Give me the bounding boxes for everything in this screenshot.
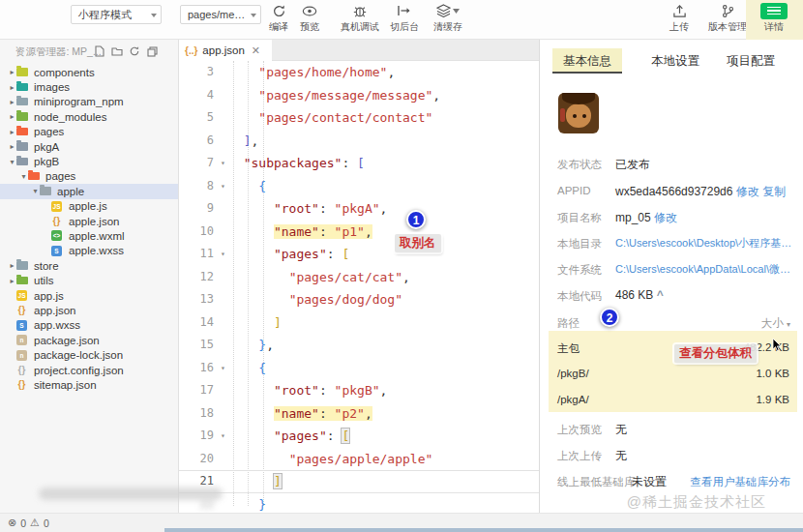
chevron-down-icon[interactable]: ▾ [8,158,16,166]
tree-item-apple-wxml[interactable]: <>apple.wxml [0,228,179,243]
fold-spacer [218,402,228,426]
code-line-5[interactable]: 5 "pages/contact/contact" [179,106,539,130]
tree-item-pages[interactable]: ▾pages [0,169,179,184]
code-text: "root": "pkgA", [228,197,539,221]
tree-item-label: sitemap.json [34,379,97,391]
detail-button[interactable]: 详情 [751,2,797,38]
appid-copy-link[interactable]: 复制 [762,185,786,198]
code-text: ] [228,311,539,335]
chevron-right-icon[interactable]: ▸ [8,68,16,76]
code-line-22[interactable]: 22 } [179,493,539,514]
tab-basic-info[interactable]: 基本信息 [552,48,622,74]
file-tree: ▸components▸images▸miniprogram_npm▸node_… [0,65,179,393]
explorer-header: 资源管理器: MP_... [0,44,179,61]
tab-project-config[interactable]: 项目配置 [716,48,786,74]
collapse-all-icon[interactable] [145,44,159,58]
code-line-3[interactable]: 3 "pages/home/home", [179,61,539,84]
tree-item-package-json[interactable]: npackage.json [0,333,179,347]
chevron-right-icon[interactable]: ▸ [8,83,16,92]
new-file-icon[interactable] [93,44,106,58]
close-icon[interactable]: ✕ [252,44,260,57]
json-file-icon: {} [51,216,64,226]
local-dir-link[interactable]: C:\Users\escook\Desktop\小程序基础\day5\代... [615,236,797,251]
refresh-icon[interactable] [128,44,141,58]
wxss-file-icon: S [51,246,64,256]
chevron-right-icon[interactable]: ▸ [8,261,16,270]
file-system-link[interactable]: C:\Users\escook\AppData\Local\微信开发者工... [615,262,797,277]
fold-chevron-icon[interactable]: ▾ [218,175,228,198]
tree-item-apple-js[interactable]: JSapple.js [0,199,179,214]
tab-local-settings[interactable]: 本地设置 [640,48,710,74]
tree-item-app-js[interactable]: JSapp.js [0,288,179,303]
code-area[interactable]: 3 "pages/home/home",4 "pages/message/mes… [179,61,539,513]
code-line-4[interactable]: 4 "pages/message/message", [179,84,539,107]
annotation-badge-2: 2 [600,308,619,327]
tree-item-sitemap-json[interactable]: {}sitemap.json [0,377,179,392]
code-line-10[interactable]: 10 "name": "p1", [179,221,539,244]
clear-cache-button[interactable]: 清缓存 [426,2,470,38]
fold-chevron-icon[interactable]: ▾ [218,243,228,266]
line-number: 4 [179,84,218,107]
tree-item-app-wxss[interactable]: Sapp.wxss [0,318,179,333]
size-header[interactable]: 大小 ▾ [761,316,790,331]
size-row-path: /pkgA/ [557,394,589,405]
page-select[interactable]: pages/message/me... [180,5,261,24]
project-name-edit-link[interactable]: 修改 [654,211,677,224]
code-line-21[interactable]: 21 ] [179,470,539,493]
min-lib-link[interactable]: 查看用户基础库分布 [691,475,791,489]
fold-chevron-icon[interactable]: ▾ [218,425,228,448]
switch-background-button[interactable]: 切后台 [385,2,424,38]
code-line-6[interactable]: 6 ], [179,130,539,153]
tab-app-json[interactable]: {..} app.json ✕ [179,40,272,61]
appid-edit-link[interactable]: 修改 [736,185,759,198]
tree-item-images[interactable]: ▸images [0,79,179,94]
line-number: 18 [179,402,218,426]
tree-item-pages[interactable]: ▸pages [0,125,179,139]
tree-item-apple[interactable]: ▾apple [0,184,179,198]
watermark: @稀土掘金技术社区 [627,493,766,512]
code-line-17[interactable]: 17 "root": "pkgB", [179,379,539,402]
chevron-down-icon[interactable]: ▾ [31,187,40,195]
code-line-16[interactable]: 16▾ { [179,357,539,380]
warning-icon: ⚠ [30,517,40,529]
chevron-down-icon[interactable]: ▾ [19,172,28,181]
tree-item-utils[interactable]: ▸utils [0,273,179,287]
collapse-caret-icon[interactable]: ^ [657,288,664,302]
chevron-right-icon[interactable]: ▸ [8,142,16,151]
code-line-19[interactable]: 19▾ "pages": [ [179,425,539,448]
device-debug-button[interactable]: 真机调试 [335,2,385,38]
code-line-14[interactable]: 14 ] [179,311,539,335]
tree-item-node-modules[interactable]: ▸node_modules [0,109,179,124]
chevron-right-icon[interactable]: ▸ [8,112,16,121]
new-folder-icon[interactable] [110,44,124,58]
code-line-8[interactable]: 8▾ { [179,175,539,198]
tree-item-package-lock-json[interactable]: npackage-lock.json [0,347,179,362]
fold-chevron-icon[interactable]: ▾ [218,152,228,175]
tree-item-apple-json[interactable]: {}apple.json [0,214,179,228]
tree-item-apple-wxss[interactable]: Sapple.wxss [0,244,179,258]
code-line-18[interactable]: 18 "name": "p2", [179,402,539,426]
code-line-7[interactable]: 7▾ "subpackages": [ [179,152,539,175]
code-line-9[interactable]: 9 "root": "pkgA", [179,197,539,221]
tree-item-project-config-json[interactable]: {}project.config.json [0,363,179,377]
tree-item-app-json[interactable]: {}app.json [0,303,179,317]
code-line-20[interactable]: 20 "pages/apple/apple" [179,448,539,471]
tree-item-pkga[interactable]: ▸pkgA [0,139,179,154]
chevron-right-icon[interactable]: ▸ [8,98,16,106]
code-line-15[interactable]: 15 }, [179,334,539,357]
tree-item-components[interactable]: ▸components [0,65,179,79]
clear-cache-label: 清缓存 [433,20,462,34]
upload-button[interactable]: 上传 [660,2,699,38]
tree-item-label: node_modules [34,111,106,123]
chevron-right-icon[interactable]: ▸ [8,128,16,136]
preview-button[interactable]: 预览 [292,2,327,38]
tree-item-pkgb[interactable]: ▾pkgB [0,154,179,168]
code-line-12[interactable]: 12 "pages/cat/cat", [179,266,539,289]
tree-item-store[interactable]: ▸store [0,258,179,273]
mode-select[interactable]: 小程序模式 [71,5,162,24]
tree-item-miniprogram-npm[interactable]: ▸miniprogram_npm [0,95,179,109]
fold-chevron-icon[interactable]: ▾ [218,357,228,380]
code-line-13[interactable]: 13 "pages/dog/dog" [179,288,539,311]
chevron-right-icon[interactable]: ▸ [8,277,16,285]
code-line-11[interactable]: 11▾ "pages": [ [179,243,539,266]
